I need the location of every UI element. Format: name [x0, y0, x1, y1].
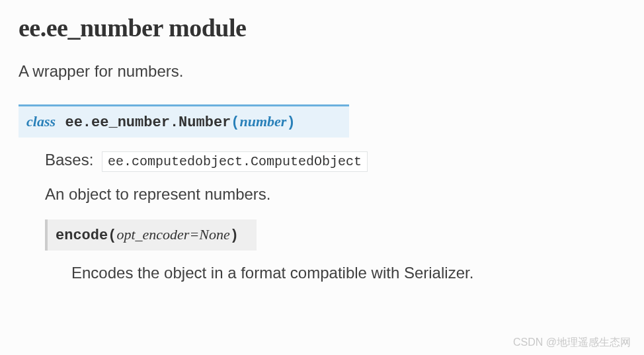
method-description: Encodes the object in a format compatibl…: [71, 264, 625, 282]
module-description: A wrapper for numbers.: [19, 62, 625, 81]
method-name: encode: [56, 227, 108, 244]
method-open-paren: (: [108, 227, 116, 244]
class-module-path: ee.ee_number.: [65, 114, 179, 131]
method-close-paren: ): [230, 227, 239, 244]
method-params: opt_encoder=None: [116, 226, 229, 243]
bases-value: ee.computedobject.ComputedObject: [102, 151, 368, 172]
open-paren: (: [231, 114, 239, 131]
bases-row: Bases: ee.computedobject.ComputedObject: [45, 151, 625, 169]
class-description: An object to represent numbers.: [45, 185, 625, 204]
class-param: number: [240, 113, 287, 130]
bases-label: Bases:: [45, 151, 93, 169]
class-name: Number: [179, 114, 231, 131]
method-signature-block: encode(opt_encoder=None): [45, 219, 257, 251]
watermark-text: CSDN @地理遥感生态网: [513, 336, 631, 350]
class-keyword: class: [26, 113, 56, 130]
page-title: ee.ee_number module: [19, 13, 625, 42]
class-signature-block: class ee.ee_number.Number(number): [19, 104, 349, 138]
close-paren: ): [286, 114, 295, 131]
